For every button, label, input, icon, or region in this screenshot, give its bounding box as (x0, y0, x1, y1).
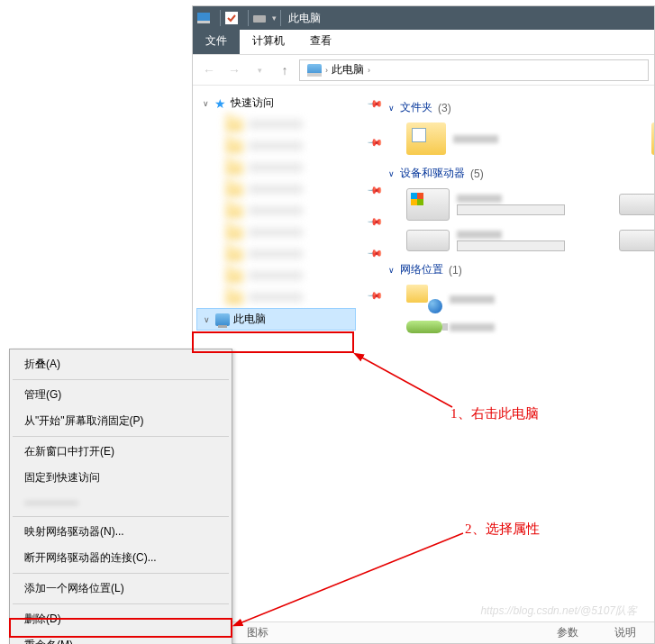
pin-icon[interactable]: 📌 (366, 95, 383, 113)
tree-this-pc[interactable]: ∨ 此电脑 (196, 308, 356, 331)
group-label: 网络位置 (400, 262, 443, 277)
tree-folder-item[interactable] (225, 157, 356, 178)
drive-item[interactable] (406, 230, 565, 251)
menu-delete[interactable]: 删除(D) (12, 606, 230, 632)
folders-content (388, 122, 654, 155)
folder-icon (225, 268, 243, 283)
tab-computer[interactable]: 计算机 (240, 28, 297, 54)
folder-icon (225, 160, 243, 175)
caret-icon: ∨ (388, 266, 395, 275)
drive-icon (619, 194, 654, 215)
menu-rename[interactable]: 重命名(M) (12, 632, 230, 644)
group-count: (3) (438, 102, 451, 114)
drive-icon (406, 188, 450, 221)
network-folder-icon (406, 285, 442, 313)
nav-back-icon[interactable]: ← (198, 59, 220, 81)
caret-icon[interactable]: ∨ (200, 99, 211, 108)
tree-folder-item[interactable] (225, 113, 356, 135)
tree-folder-item[interactable] (225, 286, 356, 308)
drive-icon (406, 230, 450, 251)
pin-icon[interactable]: 📌 (366, 213, 383, 231)
annotation-step1: 1、右击此电脑 (450, 405, 539, 422)
pc-icon (215, 313, 230, 326)
menu-add-net-location[interactable]: 添加一个网络位置(L) (12, 576, 230, 602)
group-network[interactable]: ∨ 网络位置 (1) (388, 262, 654, 277)
tree-folder-item[interactable] (225, 135, 356, 157)
main-panel: 📌 📌 📌 📌 📌 📌 ∨ 文件夹 (3) (359, 86, 654, 643)
tree-folder-item[interactable] (225, 200, 356, 222)
pc-icon (307, 64, 322, 77)
nav-up-icon[interactable]: ↑ (274, 59, 296, 81)
folder-icon (225, 247, 243, 261)
folder-icon (406, 122, 446, 155)
nav-forward-icon[interactable]: → (223, 59, 245, 81)
menu-unpin-start[interactable]: 从"开始"屏幕取消固定(P) (12, 408, 230, 434)
menu-collapse[interactable]: 折叠(A) (12, 351, 230, 377)
folder-icon (225, 117, 243, 132)
folder-icon (225, 290, 243, 304)
menu-hidden-item[interactable]: ————— (12, 491, 230, 514)
group-label: 文件夹 (400, 100, 432, 115)
pin-icon[interactable]: 📌 (366, 287, 383, 304)
menu-manage[interactable]: 管理(G) (12, 382, 230, 408)
tree-folder-item[interactable] (225, 243, 356, 265)
folder-icon (225, 225, 243, 240)
status-icons: 图标 (247, 625, 268, 640)
status-params: 参数 (557, 625, 578, 640)
folder-item[interactable] (406, 122, 498, 155)
svg-rect-0 (197, 13, 210, 21)
menu-map-drive[interactable]: 映射网络驱动器(N)... (12, 519, 230, 545)
window-title: 此电脑 (288, 11, 321, 26)
content-area: ∨ ★ 快速访问 ∨ 此电脑 (193, 86, 654, 643)
pin-column: 📌 📌 📌 📌 📌 📌 (368, 95, 381, 344)
folder-item[interactable] (651, 122, 654, 155)
tab-file[interactable]: 文件 (193, 28, 240, 54)
tree-quick-access[interactable]: ∨ ★ 快速访问 (196, 93, 356, 113)
usb-item[interactable] (406, 321, 654, 333)
caret-icon: ∨ (388, 104, 395, 113)
folder-icon (225, 182, 243, 196)
svg-rect-3 (253, 15, 266, 23)
pin-icon[interactable]: 📌 (366, 245, 383, 262)
context-menu: 折叠(A) 管理(G) 从"开始"屏幕取消固定(P) 在新窗口中打开(E) 固定… (9, 349, 232, 644)
tab-view[interactable]: 查看 (297, 28, 344, 54)
drive-icon (619, 230, 654, 251)
folder-icon (225, 139, 243, 153)
group-label: 设备和驱动器 (400, 166, 465, 181)
network-item[interactable] (406, 285, 654, 313)
breadcrumb-text: 此电脑 (332, 62, 364, 77)
quick-access-items (196, 113, 356, 308)
drive-item[interactable] (619, 230, 654, 251)
pin-icon[interactable]: 📌 (366, 182, 383, 199)
statusbar: 图标 参数 说明 (193, 621, 654, 643)
drive-item[interactable] (619, 188, 654, 221)
group-folders[interactable]: ∨ 文件夹 (3) (388, 100, 654, 115)
breadcrumb-root[interactable]: › 此电脑 › (304, 62, 374, 77)
tree-folder-item[interactable] (225, 178, 356, 200)
navbar: ← → ▾ ↑ › 此电脑 › (193, 55, 654, 86)
caret-icon[interactable]: ∨ (201, 315, 212, 324)
explorer-window: ▾ 此电脑 文件 计算机 查看 ← → ▾ ↑ › 此电脑 › ∨ ★ 快速 (192, 5, 655, 644)
drive-item[interactable] (406, 188, 565, 221)
tree-folder-item[interactable] (225, 265, 356, 286)
network-content (388, 285, 654, 333)
titlebar: ▾ 此电脑 (193, 6, 654, 30)
pin-icon[interactable]: 📌 (366, 134, 383, 151)
nav-history-icon[interactable]: ▾ (249, 59, 270, 81)
monitor-icon (196, 11, 211, 25)
usb-icon (406, 321, 442, 333)
menu-open-new-window[interactable]: 在新窗口中打开(E) (12, 439, 230, 465)
menu-pin-quick[interactable]: 固定到快速访问 (12, 465, 230, 491)
svg-rect-1 (197, 21, 210, 23)
ribbon-tabs: 文件 计算机 查看 (193, 30, 654, 55)
svg-rect-2 (225, 12, 238, 24)
tree-folder-item[interactable] (225, 222, 356, 243)
menu-disconnect-drive[interactable]: 断开网络驱动器的连接(C)... (12, 545, 230, 571)
group-count: (5) (470, 168, 484, 180)
breadcrumb[interactable]: › 此电脑 › (299, 59, 649, 81)
this-pc-label: 此电脑 (233, 312, 266, 327)
annotation-step2: 2、选择属性 (465, 521, 540, 538)
dropdown-icon[interactable]: ▾ (272, 14, 277, 23)
checkbox-icon[interactable] (224, 11, 239, 25)
group-devices[interactable]: ∨ 设备和驱动器 (5) (388, 166, 654, 181)
